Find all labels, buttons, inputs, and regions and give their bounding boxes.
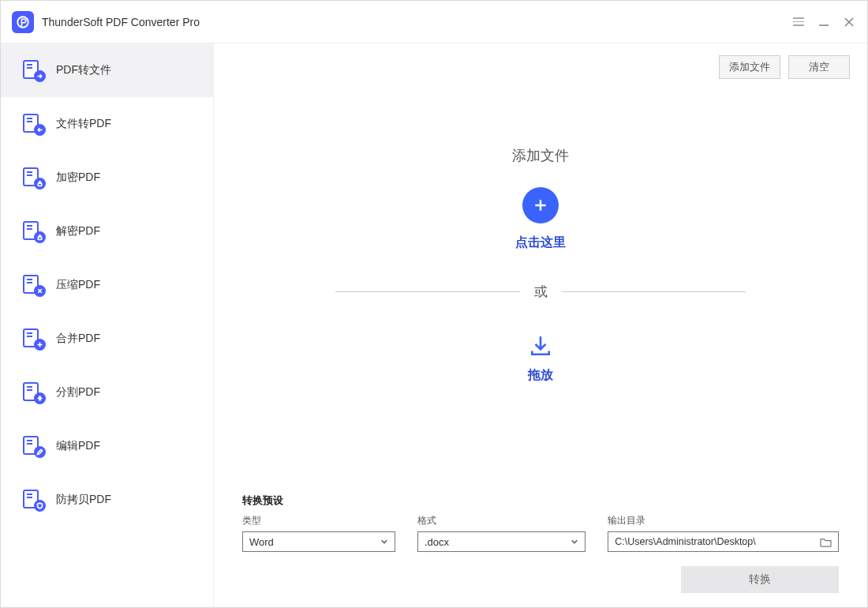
output-path-field[interactable]: C:\Users\Administrator\Desktop\ xyxy=(608,531,839,552)
divider-line xyxy=(562,291,746,292)
content: 添加文件 清空 添加文件 点击这里 或 xyxy=(214,43,867,607)
sidebar-item-label: 加密PDF xyxy=(56,171,100,185)
presets-title: 转换预设 xyxy=(242,494,839,508)
sidebar-item-compress-pdf[interactable]: 压缩PDF xyxy=(1,258,213,312)
add-file-plus-icon[interactable] xyxy=(522,187,559,223)
sidebar-item-label: 文件转PDF xyxy=(56,117,111,131)
anticopy-pdf-icon xyxy=(23,490,43,510)
browse-folder-icon[interactable] xyxy=(820,537,832,547)
titlebar: ThunderSoft PDF Converter Pro xyxy=(1,1,867,43)
sidebar-item-label: 解密PDF xyxy=(56,224,100,238)
sidebar-item-pdf-to-file[interactable]: PDF转文件 xyxy=(1,43,213,97)
clear-button[interactable]: 清空 xyxy=(788,55,850,79)
drag-drop-label: 拖放 xyxy=(528,367,553,384)
svg-rect-5 xyxy=(38,237,42,239)
sidebar-item-file-to-pdf[interactable]: 文件转PDF xyxy=(1,97,213,151)
drop-area[interactable]: 添加文件 点击这里 或 拖放 xyxy=(214,91,867,494)
pdf-to-file-icon xyxy=(23,60,43,81)
sidebar: PDF转文件 文件转PDF 加密PDF xyxy=(1,43,214,607)
split-pdf-icon xyxy=(23,382,43,403)
sidebar-item-encrypt-pdf[interactable]: 加密PDF xyxy=(1,151,213,205)
chevron-down-icon xyxy=(380,536,388,548)
type-select[interactable]: Word xyxy=(242,531,395,552)
sidebar-item-label: 编辑PDF xyxy=(56,439,100,453)
toolbar: 添加文件 清空 xyxy=(214,43,867,91)
output-path-value: C:\Users\Administrator\Desktop\ xyxy=(615,536,815,547)
type-value: Word xyxy=(249,536,274,548)
sidebar-item-label: 压缩PDF xyxy=(56,278,100,292)
format-select[interactable]: .docx xyxy=(417,531,586,552)
divider-line xyxy=(335,291,520,292)
or-label: 或 xyxy=(534,283,548,301)
file-to-pdf-icon xyxy=(23,114,43,134)
chevron-down-icon xyxy=(571,536,578,548)
divider: 或 xyxy=(335,283,746,301)
presets-panel: 转换预设 类型 Word 格式 .docx xyxy=(214,494,867,607)
encrypt-pdf-icon xyxy=(23,167,43,188)
close-icon[interactable] xyxy=(842,15,856,29)
sidebar-item-label: PDF转文件 xyxy=(56,63,111,77)
svg-rect-4 xyxy=(38,183,42,186)
sidebar-item-edit-pdf[interactable]: 编辑PDF xyxy=(1,419,213,473)
decrypt-pdf-icon xyxy=(23,221,43,242)
click-here-label[interactable]: 点击这里 xyxy=(515,235,566,251)
sidebar-item-split-pdf[interactable]: 分割PDF xyxy=(1,366,213,419)
app-title: ThunderSoft PDF Converter Pro xyxy=(42,16,200,28)
minimize-icon[interactable] xyxy=(817,15,831,29)
format-label: 格式 xyxy=(417,514,586,527)
sidebar-item-label: 分割PDF xyxy=(56,385,100,400)
add-file-button[interactable]: 添加文件 xyxy=(719,55,780,79)
window-controls xyxy=(791,15,856,29)
compress-pdf-icon xyxy=(23,275,43,295)
drag-drop-icon xyxy=(527,332,554,359)
menu-icon[interactable] xyxy=(791,15,806,29)
app-logo-icon xyxy=(12,11,34,33)
edit-pdf-icon xyxy=(23,436,43,456)
sidebar-item-label: 合并PDF xyxy=(56,332,100,346)
output-label: 输出目录 xyxy=(608,514,839,527)
format-value: .docx xyxy=(425,536,449,548)
sidebar-item-decrypt-pdf[interactable]: 解密PDF xyxy=(1,205,213,258)
merge-pdf-icon xyxy=(23,328,43,349)
app-window: ThunderSoft PDF Converter Pro PDF转文件 xyxy=(0,0,868,608)
convert-button[interactable]: 转换 xyxy=(681,566,839,593)
sidebar-item-anticopy-pdf[interactable]: 防拷贝PDF xyxy=(1,473,213,527)
sidebar-item-label: 防拷贝PDF xyxy=(56,493,111,507)
type-label: 类型 xyxy=(242,514,395,527)
sidebar-item-merge-pdf[interactable]: 合并PDF xyxy=(1,312,213,366)
drop-title: 添加文件 xyxy=(512,146,569,165)
